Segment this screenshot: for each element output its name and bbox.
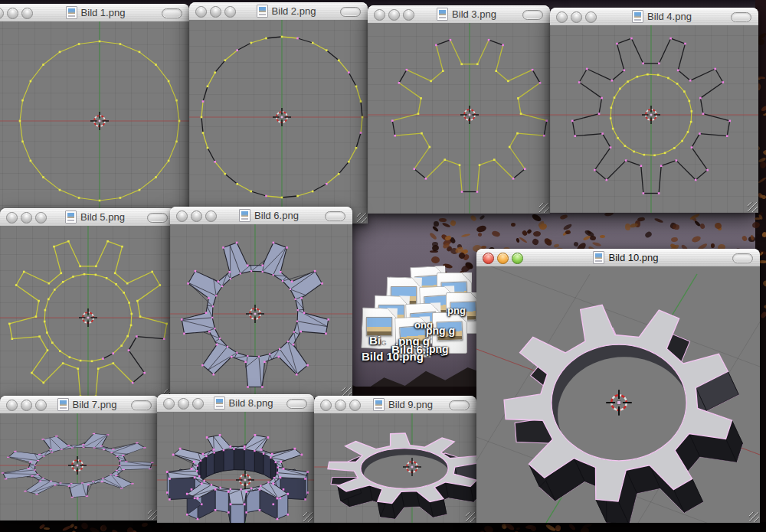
- close-button[interactable]: [6, 400, 18, 411]
- window-title: Bild 7.png: [73, 399, 117, 410]
- window-title: Bild 6.png: [254, 210, 299, 221]
- preview-window-bild-1: Bild 1.png: [0, 4, 189, 222]
- zoom-button[interactable]: [35, 212, 47, 224]
- blender-viewport-image: [368, 23, 550, 214]
- preview-window-bild-8: Bild 8.png: [157, 394, 314, 523]
- resize-grip[interactable]: [466, 512, 476, 522]
- close-button[interactable]: [176, 211, 188, 222]
- preview-window-bild-2: Bild 2.png: [189, 2, 368, 224]
- zoom-button[interactable]: [35, 400, 47, 411]
- blender-viewport-image: [476, 266, 760, 523]
- window-title-group: Bild 1.png: [32, 4, 159, 21]
- close-button[interactable]: [6, 212, 18, 224]
- toolbar-pill-button[interactable]: [522, 10, 543, 20]
- png-label-strip: [241, 218, 248, 220]
- png-thumbnail: [60, 400, 67, 406]
- resize-grip[interactable]: [749, 512, 759, 522]
- zoom-button[interactable]: [403, 9, 414, 21]
- resize-grip[interactable]: [303, 512, 313, 522]
- close-button[interactable]: [163, 398, 175, 410]
- titlebar[interactable]: Bild 10.png: [476, 249, 760, 267]
- minimize-button[interactable]: [571, 11, 582, 23]
- titlebar[interactable]: Bild 4.png: [550, 8, 758, 26]
- zoom-button[interactable]: [585, 11, 597, 23]
- toolbar-pill-button[interactable]: [340, 7, 361, 17]
- preview-window-bild-10: Bild 10.png: [476, 249, 760, 523]
- toolbar-pill-button[interactable]: [286, 399, 307, 409]
- blender-viewport-image: [314, 413, 476, 523]
- png-file-icon: [373, 398, 385, 411]
- minimize-button[interactable]: [178, 398, 189, 410]
- resize-grip[interactable]: [748, 202, 758, 212]
- titlebar[interactable]: Bild 1.png: [0, 4, 189, 22]
- toolbar-pill-button[interactable]: [732, 253, 753, 263]
- close-button[interactable]: [483, 253, 494, 264]
- blender-screenshot: [476, 266, 760, 523]
- toolbar-pill-button[interactable]: [731, 12, 751, 22]
- blender-3d-cursor: [273, 108, 291, 126]
- titlebar[interactable]: Bild 2.png: [189, 2, 368, 21]
- toolbar-pill-button[interactable]: [131, 400, 152, 410]
- titlebar[interactable]: Bild 9.png: [314, 396, 476, 414]
- toolbar-pill-button[interactable]: [325, 211, 345, 221]
- zoom-button[interactable]: [512, 253, 523, 264]
- blender-viewport-image: [0, 21, 189, 222]
- zoom-button[interactable]: [21, 8, 33, 19]
- preview-window-bild-9: Bild 9.png: [314, 396, 476, 523]
- close-button[interactable]: [320, 400, 332, 411]
- png-label-strip: [259, 14, 266, 15]
- zoom-button[interactable]: [224, 6, 236, 18]
- blender-screenshot: [189, 20, 368, 224]
- close-button[interactable]: [0, 8, 4, 19]
- minimize-button[interactable]: [210, 6, 221, 18]
- png-file-icon: [57, 398, 69, 411]
- zoom-button[interactable]: [205, 211, 217, 222]
- blender-3d-cursor: [246, 305, 264, 323]
- minimize-button[interactable]: [7, 8, 18, 19]
- titlebar[interactable]: Bild 3.png: [368, 5, 550, 24]
- minimize-button[interactable]: [21, 400, 32, 411]
- close-button[interactable]: [195, 6, 207, 18]
- toolbar-pill-button[interactable]: [162, 8, 182, 18]
- resize-grip[interactable]: [539, 203, 549, 213]
- png-label-strip: [375, 407, 382, 409]
- minimize-button[interactable]: [21, 212, 32, 224]
- toolbar-pill-button[interactable]: [147, 213, 168, 223]
- png-thumbnail: [241, 211, 248, 217]
- titlebar[interactable]: Bild 8.png: [157, 394, 314, 413]
- minimize-button[interactable]: [388, 9, 400, 21]
- file-label: png: [447, 305, 466, 316]
- png-thumbnail: [216, 399, 223, 404]
- blender-viewport-image: [0, 226, 175, 400]
- png-thumbnail: [68, 8, 75, 14]
- window-title-group: Bild 7.png: [46, 396, 128, 413]
- png-label-strip: [439, 17, 446, 18]
- png-thumbnail: [375, 400, 382, 406]
- blender-screenshot: [157, 412, 314, 523]
- solid-gear-mesh: [504, 305, 742, 523]
- zoom-button[interactable]: [192, 398, 204, 410]
- minimize-button[interactable]: [335, 400, 346, 411]
- png-file-icon: [239, 209, 250, 222]
- close-button[interactable]: [374, 9, 385, 21]
- titlebar[interactable]: Bild 7.png: [0, 396, 159, 414]
- preview-window-bild-3: Bild 3.png: [368, 5, 550, 214]
- blender-screenshot: [0, 413, 159, 521]
- toolbar-pill-button[interactable]: [449, 400, 470, 410]
- png-label-strip: [68, 15, 75, 17]
- titlebar[interactable]: Bild 6.png: [170, 207, 352, 225]
- window-title-group: Bild 5.png: [46, 208, 144, 226]
- window-title-group: Bild 10.png: [522, 249, 729, 266]
- png-thumbnail: [259, 7, 266, 12]
- minimize-button[interactable]: [497, 253, 509, 264]
- resize-grip[interactable]: [357, 213, 367, 223]
- blender-screenshot: [0, 226, 175, 400]
- blender-viewport-image: [170, 224, 352, 398]
- png-label-strip: [595, 260, 602, 262]
- zoom-button[interactable]: [349, 400, 361, 411]
- png-file-icon: [593, 251, 604, 264]
- png-label-strip: [216, 406, 223, 407]
- minimize-button[interactable]: [191, 211, 202, 222]
- titlebar[interactable]: Bild 5.png: [0, 208, 175, 227]
- close-button[interactable]: [556, 11, 568, 23]
